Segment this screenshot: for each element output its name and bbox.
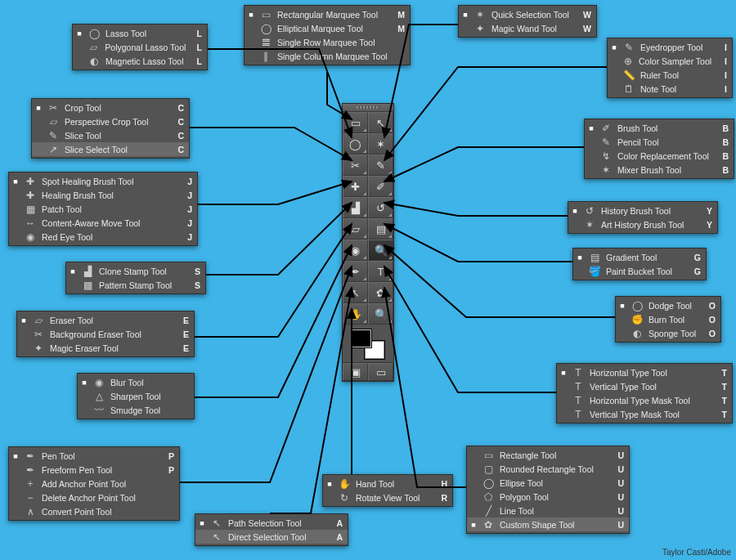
tool-option-path[interactable]: ■↖Path Selection ToolA <box>195 516 348 530</box>
tool-option-gradient[interactable]: ■▤Gradient ToolG <box>573 250 706 264</box>
tool-option-history[interactable]: ■↺History Brush ToolY <box>568 204 717 217</box>
tool-option-eyedropper[interactable]: ■✎Eyedropper ToolI <box>608 40 732 54</box>
tool-option-quick[interactable]: ■✶Quick Selection ToolW <box>459 7 596 21</box>
tool-option-type[interactable]: TVertical Type Mask ToolT <box>557 407 732 421</box>
tool-option-stamp[interactable]: ▩Pattern Stamp ToolS <box>66 278 205 292</box>
tool-crop[interactable]: ✂ <box>343 155 368 176</box>
tool-option-marquee[interactable]: ◯Elliptical Marquee ToolM <box>245 21 410 35</box>
shortcut-key: R <box>436 493 447 503</box>
tool-option-lasso[interactable]: ◐Magnetic Lasso ToolL <box>73 54 207 68</box>
tool-healing[interactable]: ✚ <box>343 176 368 197</box>
tool-blur[interactable]: ◉ <box>343 240 368 261</box>
tool-option-gradient[interactable]: 🪣Paint Bucket ToolG <box>573 264 706 278</box>
tool-option-eraser[interactable]: ✦Magic Eraser ToolE <box>17 341 194 355</box>
tool-option-marquee[interactable]: ■▭Rectangular Marquee ToolM <box>245 7 410 21</box>
tool-path-select[interactable]: ↖ <box>343 282 368 303</box>
tool-option-eyedropper[interactable]: ⊕Color Sampler ToolI <box>608 54 732 68</box>
tool-option-lasso[interactable]: ■◯Lasso ToolL <box>73 26 207 40</box>
tool-option-marquee[interactable]: 𝌆Single Row Marquee Tool <box>245 35 410 49</box>
tool-move[interactable]: ↖ <box>368 112 393 133</box>
tool-eraser[interactable]: ▱ <box>343 218 368 240</box>
tool-history-brush[interactable]: ↺ <box>368 197 393 218</box>
tool-option-stamp[interactable]: ■▟Clone Stamp ToolS <box>66 264 205 278</box>
tool-option-pen[interactable]: ∧Convert Point Tool <box>9 504 179 518</box>
tool-zoom[interactable]: 🔍 <box>368 303 393 325</box>
shortcut-key: M <box>393 24 405 34</box>
tool-option-path[interactable]: ↖Direct Selection ToolA <box>195 530 348 544</box>
tool-option-lasso[interactable]: ▱Polygonal Lasso ToolL <box>73 40 207 54</box>
active-indicator: ■ <box>577 253 583 262</box>
tool-option-pen[interactable]: ✒Freeform Pen ToolP <box>9 463 179 477</box>
tool-label: Rounded Rectangle Tool <box>500 464 608 474</box>
tool-quick-select[interactable]: ✶ <box>368 133 393 155</box>
tool-option-crop[interactable]: ✎Slice ToolC <box>32 128 189 142</box>
tool-option-eraser[interactable]: ✂Background Eraser ToolE <box>17 327 194 341</box>
tool-option-eyedropper[interactable]: 📏Ruler ToolI <box>608 68 732 82</box>
tool-option-healing[interactable]: ■✚Spot Healing Brush ToolJ <box>9 174 197 188</box>
tool-option-healing[interactable]: ◉Red Eye ToolJ <box>9 230 197 244</box>
tool-icon: ◐ <box>631 328 644 339</box>
tool-marquee[interactable]: ▭ <box>343 112 368 133</box>
tool-eyedropper[interactable]: ✎ <box>368 155 393 176</box>
active-indicator: ■ <box>560 369 567 377</box>
tool-option-shape[interactable]: ⬠Polygon ToolU <box>467 490 629 504</box>
tool-option-hand[interactable]: ↻Rotate View ToolR <box>323 491 452 504</box>
tool-option-type[interactable]: ■THorizontal Type ToolT <box>557 365 732 379</box>
tool-option-shape[interactable]: ▢Rounded Rectangle ToolU <box>467 462 629 476</box>
tool-option-type[interactable]: TVertical Type ToolT <box>557 379 732 393</box>
tool-option-crop[interactable]: ■✂Crop ToolC <box>32 101 189 114</box>
tool-option-shape[interactable]: ◯Ellipse ToolU <box>467 476 629 490</box>
tool-option-eyedropper[interactable]: 🗒Note ToolI <box>608 82 732 96</box>
tool-option-healing[interactable]: ↔Content-Aware Move ToolJ <box>9 216 197 230</box>
tool-icon: ◯ <box>259 23 272 34</box>
tool-option-shape[interactable]: ▭Rectangle ToolU <box>467 448 629 462</box>
panel-grip[interactable] <box>343 104 393 112</box>
tool-option-type[interactable]: THorizontal Type Mask ToolT <box>557 393 732 407</box>
tool-shape[interactable]: ✿ <box>368 282 393 303</box>
quick-mask-toggle[interactable]: ▣ <box>343 363 368 381</box>
tool-option-pen[interactable]: ■✒Pen ToolP <box>9 449 179 463</box>
tool-option-brush[interactable]: ✶Mixer Brush ToolB <box>585 163 734 177</box>
tool-option-crop[interactable]: ↗Slice Select ToolC <box>32 142 189 156</box>
tools-panel[interactable]: ▭↖◯✶✂✎✚✐▟↺▱▤◉🔍✒T↖✿✋🔍 ▣ ▭ <box>342 103 394 382</box>
tool-option-shape[interactable]: ■✿Custom Shape ToolU <box>467 517 629 531</box>
tool-option-history[interactable]: ✶Art History Brush ToolY <box>568 217 717 231</box>
tool-stamp[interactable]: ▟ <box>343 197 368 218</box>
tool-option-dodge[interactable]: ■◯Dodge ToolO <box>616 298 720 312</box>
tool-option-healing[interactable]: ✚Healing Brush ToolJ <box>9 188 197 202</box>
tool-icon: ▱ <box>32 315 45 326</box>
tool-dodge[interactable]: 🔍 <box>368 240 393 261</box>
tool-hand[interactable]: ✋ <box>343 303 368 325</box>
tool-icon: ✐ <box>599 123 613 134</box>
tool-type[interactable]: T <box>368 261 393 282</box>
tool-option-brush[interactable]: ↯Color Replacement ToolB <box>585 149 734 163</box>
tool-option-shape[interactable]: ╱Line ToolU <box>467 504 629 517</box>
tool-icon: ▭ <box>482 450 495 461</box>
tool-option-pen[interactable]: ＋Add Anchor Point Tool <box>9 477 179 491</box>
tool-option-dodge[interactable]: ◐Sponge ToolO <box>616 326 720 340</box>
tool-gradient[interactable]: ▤ <box>368 218 393 240</box>
tool-label: Perspective Crop Tool <box>65 117 168 127</box>
tool-option-marquee[interactable]: ∥Single Column Marquee Tool <box>245 49 410 63</box>
tool-option-hand[interactable]: ■✋Hand ToolH <box>323 477 452 491</box>
screen-mode-toggle[interactable]: ▭ <box>368 363 393 381</box>
tool-pen[interactable]: ✒ <box>343 261 368 282</box>
tool-option-blur[interactable]: ■◉Blur Tool <box>78 375 194 389</box>
tool-option-brush[interactable]: ✎Pencil ToolB <box>585 135 734 149</box>
tool-option-blur[interactable]: △Sharpen Tool <box>78 389 194 403</box>
tool-option-eraser[interactable]: ■▱Eraser ToolE <box>17 313 194 327</box>
tool-option-pen[interactable]: −Delete Anchor Point Tool <box>9 491 179 504</box>
tool-icon: ✿ <box>482 519 495 531</box>
tool-option-blur[interactable]: 〰Smudge Tool <box>78 403 194 417</box>
tool-option-quick[interactable]: ✦Magic Wand ToolW <box>459 21 596 35</box>
foreground-color-swatch[interactable] <box>352 329 371 347</box>
tool-option-crop[interactable]: ▱Perspective Crop ToolC <box>32 114 189 128</box>
tool-icon: ✚ <box>24 190 37 201</box>
tool-option-dodge[interactable]: ✊Burn ToolO <box>616 312 720 326</box>
tool-brush[interactable]: ✐ <box>368 176 393 197</box>
color-swatches <box>343 325 393 362</box>
tool-option-brush[interactable]: ■✐Brush ToolB <box>585 121 734 135</box>
tool-lasso[interactable]: ◯ <box>343 133 368 155</box>
tool-option-healing[interactable]: ▦Patch ToolJ <box>9 202 197 216</box>
tool-label: Vertical Type Mask Tool <box>590 410 711 419</box>
